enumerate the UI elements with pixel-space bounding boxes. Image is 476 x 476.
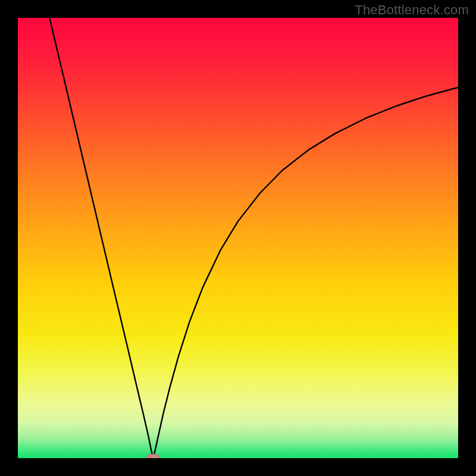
watermark-label: TheBottleneck.com (355, 2, 469, 18)
chart-frame: TheBottleneck.com (0, 0, 476, 476)
gradient-background (18, 18, 458, 458)
plot-area (18, 18, 458, 458)
bottleneck-chart (18, 18, 458, 458)
